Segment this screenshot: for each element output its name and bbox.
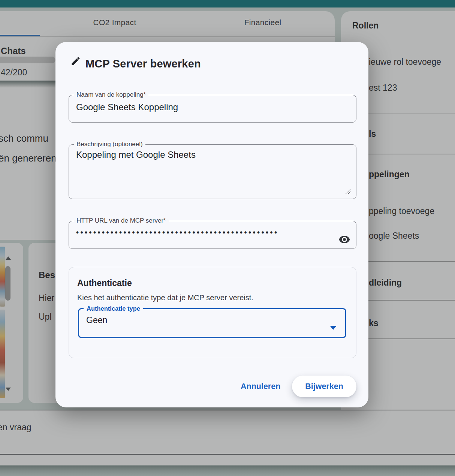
mcp-server-edit-dialog: MCP Server bewerken Naam van de koppelin…	[55, 42, 368, 407]
auth-type-selected-value: Geen	[86, 315, 345, 325]
eye-icon	[338, 241, 350, 247]
auth-type-select[interactable]: Authenticatie type Geen	[78, 305, 346, 338]
chevron-down-icon	[330, 326, 337, 330]
name-field-label: Naam van de koppeling*	[74, 91, 148, 99]
edit-pencil-icon	[70, 56, 81, 66]
description-field-label: Beschrijving (optioneel)	[74, 141, 145, 148]
textarea-resize-handle-icon[interactable]	[346, 189, 350, 194]
url-field-label: HTTP URL van de MCP server*	[74, 217, 169, 225]
description-textarea[interactable]: Koppeling met Google Sheets	[76, 150, 338, 189]
dialog-title: MCP Server bewerken	[85, 58, 201, 70]
name-field: Naam van de koppeling*	[69, 91, 356, 123]
name-input[interactable]	[76, 102, 342, 112]
authentication-description: Kies het authenticatie type dat je MCP s…	[77, 293, 253, 302]
url-masked-input[interactable]	[76, 228, 327, 237]
description-field: Beschrijving (optioneel) Koppeling met G…	[69, 141, 356, 199]
cancel-button[interactable]: Annuleren	[232, 378, 289, 395]
screen: CO2 Impact Financieel Chats 42/200 sch c…	[0, 0, 455, 476]
authentication-section: Authenticatie Kies het authenticatie typ…	[69, 267, 356, 358]
url-field: HTTP URL van de MCP server*	[69, 217, 356, 249]
update-button[interactable]: Bijwerken	[292, 376, 356, 397]
auth-type-select-label: Authenticatie type	[84, 305, 143, 312]
authentication-heading: Authenticatie	[77, 278, 132, 288]
toggle-visibility-button[interactable]	[337, 233, 352, 247]
